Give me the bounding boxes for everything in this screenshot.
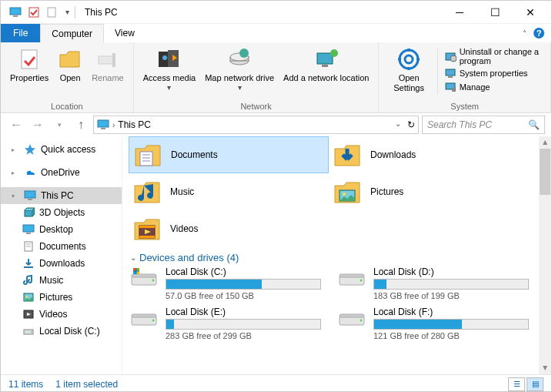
sidebar-item-music[interactable]: Music <box>1 272 122 289</box>
sidebar-item-documents[interactable]: Documents <box>1 238 122 255</box>
sidebar-item-3d-objects[interactable]: 3D Objects <box>1 204 122 221</box>
maximize-button[interactable]: ☐ <box>477 1 513 24</box>
navbar: ← → ▾ ↑ › This PC ⌄ ↻ Search This PC 🔍 <box>1 113 551 136</box>
sidebar-item-pictures[interactable]: Pictures <box>1 289 122 306</box>
titlebar: ▾ This PC ─ ☐ ✕ <box>1 1 551 24</box>
qat-properties-icon[interactable] <box>25 4 42 21</box>
search-icon[interactable]: 🔍 <box>528 119 540 130</box>
drive-icon <box>336 266 367 291</box>
rename-button[interactable]: Rename <box>87 45 129 85</box>
thispc-icon <box>97 119 109 131</box>
sidebar-item-downloads[interactable]: Downloads <box>1 255 122 272</box>
window-title: This PC <box>85 7 118 18</box>
drive-capacity-bar <box>373 279 529 290</box>
sidebar-onedrive[interactable]: ▸OneDrive <box>1 164 122 181</box>
svg-rect-68 <box>132 314 156 317</box>
drive-free-text: 57.0 GB free of 150 GB <box>166 291 321 300</box>
map-drive-button[interactable]: Map network drive▾ <box>200 45 279 94</box>
drive-item[interactable]: Local Disk (C:)57.0 GB free of 150 GB <box>129 266 321 300</box>
access-media-button[interactable]: Access media▾ <box>139 45 200 94</box>
drive-item[interactable]: Local Disk (E:)283 GB free of 299 GB <box>129 307 321 340</box>
sidebar-item-local-disk-c-[interactable]: Local Disk (C:) <box>1 323 122 340</box>
view-details-button[interactable]: ☰ <box>508 377 525 391</box>
help-icon[interactable]: ? <box>533 27 545 39</box>
scrollbar[interactable]: ▴▾ <box>539 136 551 374</box>
svg-point-18 <box>330 49 338 57</box>
qat-dropdown-icon[interactable]: ▾ <box>62 4 72 21</box>
back-button[interactable]: ← <box>7 116 25 134</box>
devices-section-header[interactable]: ⌄Devices and drives (4) <box>130 252 545 263</box>
manage-button[interactable]: Manage <box>444 81 543 93</box>
svg-rect-36 <box>23 225 34 232</box>
view-tab[interactable]: View <box>104 24 146 42</box>
add-network-location-button[interactable]: Add a network location <box>279 45 373 85</box>
ribbon-collapse-icon[interactable]: ˄ <box>523 29 527 38</box>
address-bar[interactable]: › This PC ⌄ ↻ <box>93 116 419 134</box>
drive-free-text: 121 GB free of 280 GB <box>373 331 529 340</box>
close-button[interactable]: ✕ <box>513 1 548 24</box>
svg-rect-32 <box>101 128 105 129</box>
svg-rect-1 <box>13 15 18 17</box>
pictures-folder-icon <box>332 176 363 207</box>
drive-name: Local Disk (C:) <box>166 266 321 277</box>
drive-capacity-bar <box>373 319 529 330</box>
computer-tab[interactable]: Computer <box>40 24 104 42</box>
system-properties-button[interactable]: System properties <box>444 67 543 79</box>
drive-name: Local Disk (F:) <box>373 307 529 317</box>
folder-item-downloads[interactable]: Downloads <box>329 136 529 173</box>
recent-dropdown-icon[interactable]: ▾ <box>50 116 69 134</box>
videos-folder-icon <box>132 213 162 244</box>
content-pane: DocumentsDownloadsMusicPicturesVideos ⌄D… <box>122 136 551 374</box>
properties-button[interactable]: Properties <box>5 45 53 85</box>
svg-rect-2 <box>29 8 38 17</box>
navigation-pane: ▸Quick access ▸OneDrive ▾This PC 3D Obje… <box>1 136 122 374</box>
qat-newfolder-icon[interactable] <box>44 4 61 21</box>
open-settings-button[interactable]: Open Settings <box>383 45 433 95</box>
folder-item-videos[interactable]: Videos <box>129 210 329 247</box>
address-text: This PC <box>118 119 151 130</box>
statusbar: 11 items 1 item selected ☰ ▤ <box>1 374 551 392</box>
svg-point-19 <box>400 50 418 69</box>
forward-button[interactable]: → <box>28 116 47 134</box>
view-tiles-button[interactable]: ▤ <box>527 377 544 391</box>
open-button[interactable]: Open <box>53 45 87 85</box>
folder-icon <box>22 257 35 270</box>
ribbon: Properties Open Rename Location Access m… <box>1 42 551 113</box>
address-dropdown-icon[interactable]: ⌄ <box>395 119 401 130</box>
svg-rect-57 <box>132 274 156 277</box>
drive-icon <box>129 307 159 331</box>
drive-item[interactable]: Local Disk (D:)183 GB free of 199 GB <box>336 266 529 300</box>
sidebar-quick-access[interactable]: ▸Quick access <box>1 141 122 158</box>
chevron-right-icon[interactable]: › <box>112 121 115 129</box>
drive-name: Local Disk (D:) <box>373 266 529 277</box>
refresh-icon[interactable]: ↻ <box>407 119 415 130</box>
qat-thispc-icon[interactable] <box>7 4 24 21</box>
up-button[interactable]: ↑ <box>72 116 90 134</box>
svg-point-15 <box>239 49 249 58</box>
drive-name: Local Disk (E:) <box>166 307 321 317</box>
svg-point-20 <box>405 55 413 63</box>
drive-item[interactable]: Local Disk (F:)121 GB free of 280 GB <box>336 307 529 340</box>
documents-folder-icon <box>132 139 163 170</box>
svg-rect-16 <box>317 53 333 64</box>
folder-icon <box>22 325 35 337</box>
sidebar-item-videos[interactable]: Videos <box>1 306 122 323</box>
folder-item-documents[interactable]: Documents <box>129 136 329 173</box>
svg-rect-63 <box>137 272 140 275</box>
svg-text:?: ? <box>537 28 542 38</box>
search-input[interactable]: Search This PC 🔍 <box>422 116 545 134</box>
svg-point-26 <box>450 55 457 62</box>
svg-rect-47 <box>140 152 152 166</box>
drive-capacity-bar <box>166 279 321 290</box>
sidebar-item-desktop[interactable]: Desktop <box>1 221 122 238</box>
folder-item-music[interactable]: Music <box>129 173 329 210</box>
folder-item-pictures[interactable]: Pictures <box>329 173 529 210</box>
sidebar-thispc[interactable]: ▾This PC <box>1 187 122 204</box>
minimize-button[interactable]: ─ <box>442 1 477 24</box>
uninstall-program-button[interactable]: Uninstall or change a program <box>444 47 543 65</box>
folder-icon <box>22 240 35 253</box>
svg-rect-61 <box>137 268 140 271</box>
folder-icon <box>22 291 35 303</box>
svg-rect-7 <box>99 56 114 64</box>
file-tab[interactable]: File <box>1 24 40 42</box>
